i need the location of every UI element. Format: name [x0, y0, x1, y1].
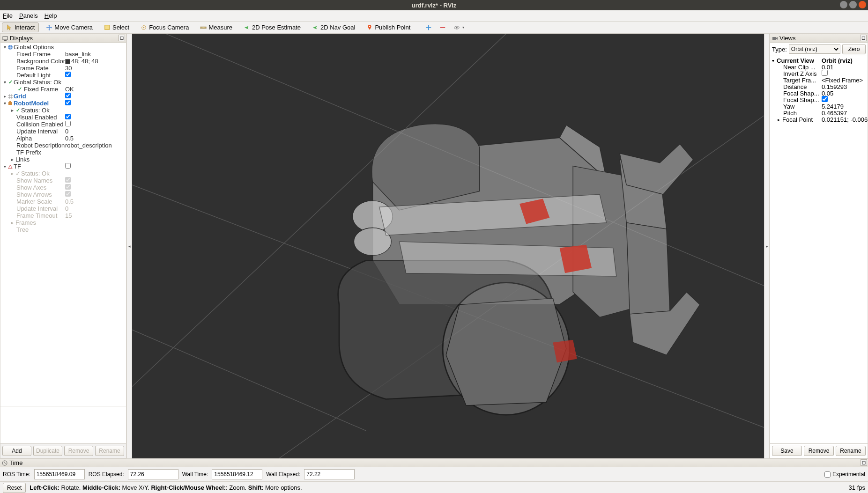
views-save-button[interactable]: Save — [772, 446, 802, 456]
tool-interact[interactable]: Interact — [2, 22, 39, 32]
tree-robot-model-checkbox[interactable] — [65, 100, 71, 105]
views-type-select[interactable]: Orbit (rviz) — [789, 44, 840, 54]
wall-elapsed-field[interactable] — [304, 469, 355, 479]
tree-tf[interactable]: TF — [14, 163, 21, 170]
window-minimize-button[interactable] — [840, 1, 847, 8]
views-rename-button[interactable]: Rename — [836, 446, 866, 456]
tool-publish-point[interactable]: Publish Point — [362, 22, 415, 32]
tree-grid-checkbox[interactable] — [65, 93, 71, 98]
tree-visual-enabled-checkbox[interactable] — [65, 114, 71, 119]
menu-file[interactable]: File — [3, 12, 13, 19]
menu-help[interactable]: Help — [45, 12, 57, 19]
views-zero-button[interactable]: Zero — [842, 44, 866, 54]
splitter-right[interactable]: ▸ — [764, 34, 770, 458]
tree-collision-enabled[interactable]: Collision Enabled — [16, 121, 63, 128]
duplicate-button[interactable]: Duplicate — [33, 446, 62, 456]
tree-fixed-frame-ok[interactable]: Fixed Frame — [24, 86, 58, 93]
tree-update-interval[interactable]: Update Interval — [16, 128, 58, 135]
views-pitch[interactable]: Pitch — [783, 110, 797, 117]
tree-collision-enabled-checkbox[interactable] — [65, 121, 71, 126]
tool-move-camera[interactable]: Move Camera — [42, 22, 97, 32]
rename-button[interactable]: Rename — [95, 446, 124, 456]
window-title: urdf.rviz* - RViz — [412, 2, 457, 9]
views-distance[interactable]: Distance — [783, 83, 807, 90]
tree-visual-enabled[interactable]: Visual Enabled — [16, 114, 57, 121]
views-yaw[interactable]: Yaw — [783, 103, 794, 110]
crosshair-icon — [141, 24, 147, 31]
tree-robot-model[interactable]: RobotModel — [14, 100, 49, 107]
tree-fixed-frame[interactable]: Fixed Frame — [16, 51, 51, 58]
tree-robot-description-value[interactable]: robot_description — [65, 142, 112, 149]
views-panel-title: Views — [779, 35, 795, 42]
tool-add[interactable] — [423, 23, 434, 32]
tool-remove[interactable] — [437, 23, 448, 32]
tree-alpha[interactable]: Alpha — [16, 135, 32, 142]
experimental-checkbox[interactable] — [824, 471, 831, 478]
views-distance-value[interactable]: 0.159293 — [822, 83, 847, 90]
displays-panel-undock[interactable]: ◻ — [119, 35, 125, 41]
tree-tf-prefix[interactable]: TF Prefix — [16, 149, 41, 156]
tree-bg-color[interactable]: Background Color — [16, 58, 65, 65]
time-panel-undock[interactable]: ◻ — [861, 459, 867, 466]
tree-global-options[interactable]: Global Options — [14, 44, 54, 51]
views-invert-z[interactable]: Invert Z Axis — [783, 70, 817, 77]
window-maximize-button[interactable] — [849, 1, 857, 8]
tree-default-light[interactable]: Default Light — [16, 72, 51, 79]
ros-elapsed-field[interactable] — [128, 469, 178, 479]
views-focal-shape-fixed[interactable]: Focal Shap... — [783, 96, 819, 103]
views-target-frame-value[interactable]: <Fixed Frame> — [822, 77, 863, 84]
tree-update-interval-value[interactable]: 0 — [65, 128, 68, 135]
window-close-button[interactable] — [859, 1, 866, 8]
tree-default-light-checkbox[interactable] — [65, 72, 71, 77]
views-panel-undock[interactable]: ◻ — [860, 35, 867, 41]
reset-button[interactable]: Reset — [3, 483, 26, 493]
views-panel-header[interactable]: Views ◻ — [770, 34, 868, 43]
tree-frame-rate[interactable]: Frame Rate — [16, 65, 49, 72]
tool-visibility-dropdown[interactable]: ▾ — [451, 23, 467, 32]
tool-measure-label: Measure — [208, 24, 232, 31]
tool-2d-nav-goal[interactable]: 2D Nav Goal — [308, 22, 359, 32]
tree-global-status[interactable]: Global Status: Ok — [14, 79, 61, 86]
tool-2d-pose-estimate[interactable]: 2D Pose Estimate — [239, 22, 305, 32]
menu-panels[interactable]: Panels — [19, 12, 38, 19]
views-focal-point-value[interactable]: 0.021151; -0.006... — [822, 116, 868, 123]
tree-frame-rate-value[interactable]: 30 — [65, 65, 72, 72]
views-focal-shape-size[interactable]: Focal Shap... — [783, 90, 819, 97]
views-remove-button[interactable]: Remove — [804, 446, 834, 456]
time-panel-header[interactable]: Time ◻ — [0, 459, 868, 467]
tool-focus-camera-label: Focus Camera — [149, 24, 189, 31]
select-icon — [104, 24, 111, 31]
views-focal-point[interactable]: Focal Point — [782, 116, 813, 123]
views-current-view[interactable]: Current View — [777, 57, 814, 64]
wall-time-field[interactable] — [212, 469, 262, 479]
tree-status-ok[interactable]: Status: Ok — [21, 107, 50, 114]
tree-alpha-value[interactable]: 0.5 — [65, 135, 74, 142]
ros-time-field[interactable] — [34, 469, 85, 479]
main-area: Displays ◻ ▾Global Options Fixed Frameba… — [0, 34, 868, 458]
tree-links[interactable]: Links — [15, 156, 30, 163]
tool-select-label: Select — [112, 24, 129, 31]
status-hint: Left-Click: Rotate. Middle-Click: Move X… — [30, 484, 302, 491]
add-button[interactable]: Add — [2, 446, 31, 456]
views-tree[interactable]: ▾Current ViewOrbit (rviz) Near Clip ...0… — [770, 56, 868, 443]
displays-tree[interactable]: ▾Global Options Fixed Framebase_link Bac… — [0, 43, 126, 406]
tree-bg-color-value[interactable]: 48; 48; 48 — [65, 58, 98, 65]
views-near-clip[interactable]: Near Clip ... — [783, 64, 816, 71]
tree-grid[interactable]: Grid — [14, 93, 26, 100]
tool-select[interactable]: Select — [100, 22, 134, 32]
tree-tf-checkbox[interactable] — [65, 163, 71, 169]
tool-focus-camera[interactable]: Focus Camera — [136, 22, 193, 32]
splitter-left[interactable]: ◂ — [126, 34, 132, 458]
tree-fixed-frame-value[interactable]: base_link — [65, 51, 91, 58]
tool-measure[interactable]: Measure — [196, 22, 237, 32]
robot-icon — [7, 101, 13, 106]
remove-button[interactable]: Remove — [64, 446, 93, 456]
displays-panel-header[interactable]: Displays ◻ — [0, 34, 126, 43]
views-invert-z-checkbox[interactable] — [822, 70, 828, 76]
tree-robot-description[interactable]: Robot Description — [16, 142, 65, 149]
views-focal-shape-fixed-checkbox[interactable] — [822, 96, 828, 102]
views-target-frame[interactable]: Target Fra... — [783, 77, 816, 84]
views-pitch-value[interactable]: 0.465397 — [822, 110, 847, 117]
3d-viewport[interactable] — [132, 34, 764, 458]
views-yaw-value[interactable]: 5.24179 — [822, 103, 844, 110]
